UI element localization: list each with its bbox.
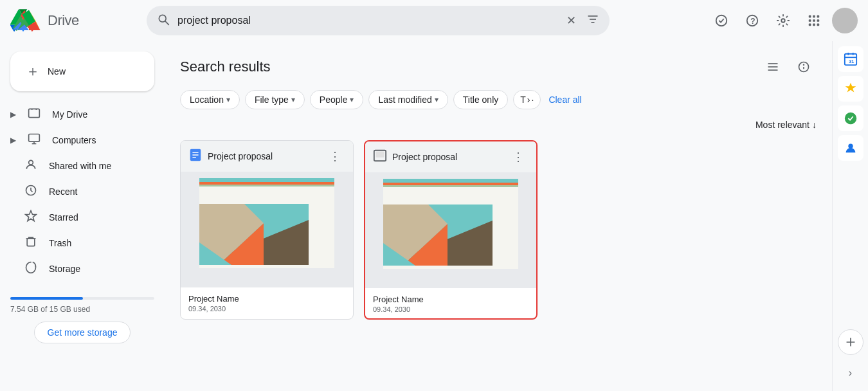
sidebar-item-label: Trash xyxy=(49,238,71,248)
svg-rect-29 xyxy=(29,109,40,117)
sort-label: Most relevant xyxy=(755,120,809,130)
sidebar-item-label: Starred xyxy=(49,212,78,223)
sort-direction-icon[interactable]: ↓ xyxy=(812,120,817,130)
info-icon[interactable] xyxy=(791,54,817,80)
sort-row: Most relevant ↓ xyxy=(180,120,817,130)
contacts-icon[interactable] xyxy=(838,135,863,161)
search-filter-icon[interactable] xyxy=(586,13,599,29)
storage-icon xyxy=(23,261,39,277)
svg-rect-25 xyxy=(817,19,820,22)
file-card-selected[interactable]: Project proposal ⋮ xyxy=(364,140,538,320)
main-layout: ＋ New ▶ My Drive ▶ Computers Shared with… xyxy=(0,41,868,391)
sidebar-item-label: Recent xyxy=(49,186,77,197)
filter-location-label: Location xyxy=(190,95,224,105)
search-icon xyxy=(157,13,170,29)
sidebar-item-recent[interactable]: Recent xyxy=(0,179,154,205)
file-menu-button[interactable]: ⋮ xyxy=(325,146,345,167)
sidebar: ＋ New ▶ My Drive ▶ Computers Shared with… xyxy=(0,41,165,391)
support-check-icon[interactable] xyxy=(709,8,734,33)
keep-icon[interactable] xyxy=(838,76,863,102)
header-actions xyxy=(760,54,817,80)
svg-line-12 xyxy=(165,21,168,24)
chevron-down-icon: ▾ xyxy=(291,95,295,104)
search-input[interactable] xyxy=(177,15,556,26)
filter-title-only[interactable]: Title only xyxy=(453,90,509,109)
sidebar-item-storage[interactable]: Storage xyxy=(0,256,154,282)
doc-type-icon xyxy=(188,148,203,165)
svg-rect-22 xyxy=(817,15,820,18)
filter-people[interactable]: People ▾ xyxy=(310,90,364,109)
svg-point-16 xyxy=(716,15,727,26)
sidebar-item-trash[interactable]: Trash xyxy=(0,230,154,256)
expand-arrow-icon: ▶ xyxy=(10,110,16,119)
expand-panel-icon[interactable]: › xyxy=(838,360,863,386)
storage-section: 7.54 GB of 15 GB used Get more storage xyxy=(0,282,165,349)
file-card-header-left: Project proposal xyxy=(188,148,273,165)
sidebar-item-my-drive[interactable]: ▶ My Drive xyxy=(0,102,154,127)
chevron-down-icon: ▾ xyxy=(435,95,439,104)
sidebar-item-starred[interactable]: Starred xyxy=(0,205,154,230)
filter-more-button[interactable]: T › · xyxy=(513,90,541,109)
file-footer: Project Name 09.34, 2030 xyxy=(365,288,536,318)
new-button[interactable]: ＋ New xyxy=(10,51,154,91)
shared-icon xyxy=(23,158,39,174)
calendar-icon[interactable]: 31 xyxy=(838,46,863,72)
file-card-header-left: Project proposal xyxy=(373,149,457,166)
starred-icon xyxy=(23,210,39,226)
file-grid: Project proposal ⋮ xyxy=(180,140,817,320)
computers-icon xyxy=(26,132,42,149)
svg-point-33 xyxy=(29,160,33,165)
svg-rect-27 xyxy=(813,24,815,26)
file-thumbnail xyxy=(181,172,353,287)
sidebar-item-label: Computers xyxy=(52,135,96,145)
search-clear-icon[interactable]: ✕ xyxy=(564,11,579,30)
content-header: Search results xyxy=(180,54,817,80)
file-card[interactable]: Project proposal ⋮ xyxy=(180,140,354,320)
sidebar-item-computers[interactable]: ▶ Computers xyxy=(0,127,154,153)
file-footer-date: 09.34, 2030 xyxy=(188,305,345,313)
chevron-down-icon: ▾ xyxy=(226,95,230,104)
file-card-header: Project proposal ⋮ xyxy=(181,141,353,172)
avatar[interactable] xyxy=(832,8,858,33)
svg-rect-30 xyxy=(29,134,40,141)
svg-rect-50 xyxy=(199,182,334,185)
sidebar-item-label: Storage xyxy=(49,264,80,274)
sidebar-item-label: My Drive xyxy=(52,109,87,120)
right-panel: 31 › xyxy=(832,41,868,391)
sidebar-item-shared[interactable]: Shared with me xyxy=(0,153,154,179)
filter-file-type[interactable]: File type ▾ xyxy=(245,90,305,109)
list-view-icon[interactable] xyxy=(760,54,786,80)
main-content: Search results Location ▾ File type ▾ xyxy=(165,41,832,391)
file-thumbnail xyxy=(365,172,536,288)
svg-rect-61 xyxy=(383,179,518,183)
clear-all-button[interactable]: Clear all xyxy=(548,95,581,105)
storage-bar-background xyxy=(10,297,154,300)
svg-text:31: 31 xyxy=(849,59,854,64)
file-name: Project proposal xyxy=(208,151,273,161)
file-footer: Project Name 09.34, 2030 xyxy=(181,287,353,318)
dot-icon: · xyxy=(531,95,534,105)
app-name: Drive xyxy=(48,12,79,29)
file-name: Project proposal xyxy=(392,152,457,162)
filter-location[interactable]: Location ▾ xyxy=(180,90,240,109)
slide-type-icon xyxy=(373,149,387,166)
filter-last-modified[interactable]: Last modified ▾ xyxy=(368,90,448,109)
svg-rect-26 xyxy=(809,24,811,26)
filter-row: Location ▾ File type ▾ People ▾ Last mod… xyxy=(180,90,817,109)
apps-icon[interactable] xyxy=(801,8,827,33)
filter-title-only-label: Title only xyxy=(463,95,499,105)
add-app-button[interactable] xyxy=(838,329,863,355)
get-more-storage-button[interactable]: Get more storage xyxy=(34,322,131,343)
file-menu-button[interactable]: ⋮ xyxy=(508,147,529,167)
tasks-icon[interactable] xyxy=(838,105,863,131)
plus-icon: ＋ xyxy=(26,62,40,81)
settings-icon[interactable] xyxy=(770,8,796,33)
search-bar: ✕ xyxy=(147,6,610,35)
help-icon[interactable]: ? xyxy=(739,8,765,33)
file-footer-name: Project Name xyxy=(373,295,529,304)
trash-icon xyxy=(23,235,39,251)
svg-rect-24 xyxy=(813,19,815,22)
file-card-header: Project proposal ⋮ xyxy=(365,141,536,172)
topbar: Drive ✕ ? xyxy=(0,0,868,41)
chevron-right-icon: › xyxy=(527,95,530,105)
